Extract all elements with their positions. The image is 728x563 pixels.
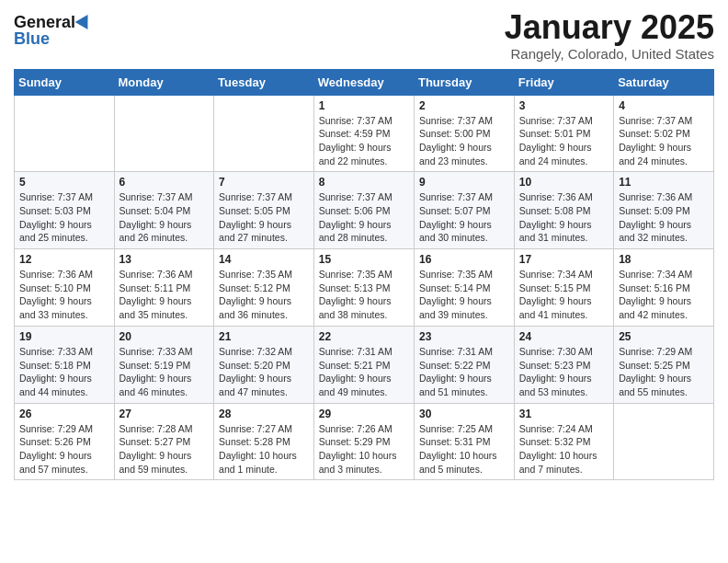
calendar-header-row: SundayMondayTuesdayWednesdayThursdayFrid… (15, 69, 714, 95)
day-number: 22 (319, 330, 409, 343)
day-content: Sunrise: 7:32 AM Sunset: 5:20 PM Dayligh… (219, 345, 309, 399)
calendar-header-wednesday: Wednesday (313, 69, 414, 95)
day-number: 18 (619, 253, 709, 266)
calendar-week-3: 12Sunrise: 7:36 AM Sunset: 5:10 PM Dayli… (15, 249, 714, 327)
day-number: 24 (519, 330, 609, 343)
day-number: 25 (619, 330, 709, 343)
logo-general-text: General (14, 14, 75, 30)
calendar-cell: 29Sunrise: 7:26 AM Sunset: 5:29 PM Dayli… (313, 403, 414, 480)
day-number: 8 (319, 176, 409, 189)
day-content: Sunrise: 7:31 AM Sunset: 5:21 PM Dayligh… (319, 345, 409, 399)
day-content: Sunrise: 7:27 AM Sunset: 5:28 PM Dayligh… (219, 422, 309, 477)
calendar-cell: 20Sunrise: 7:33 AM Sunset: 5:19 PM Dayli… (114, 326, 214, 403)
calendar-cell (15, 95, 115, 172)
day-content: Sunrise: 7:37 AM Sunset: 5:00 PM Dayligh… (419, 114, 509, 168)
day-content: Sunrise: 7:30 AM Sunset: 5:23 PM Dayligh… (519, 345, 609, 399)
calendar-cell: 21Sunrise: 7:32 AM Sunset: 5:20 PM Dayli… (214, 326, 314, 403)
day-content: Sunrise: 7:33 AM Sunset: 5:19 PM Dayligh… (119, 345, 210, 399)
day-content: Sunrise: 7:37 AM Sunset: 5:03 PM Dayligh… (19, 190, 109, 245)
day-content: Sunrise: 7:37 AM Sunset: 5:04 PM Dayligh… (119, 190, 210, 245)
calendar-cell: 18Sunrise: 7:34 AM Sunset: 5:16 PM Dayli… (614, 249, 714, 327)
calendar-cell: 14Sunrise: 7:35 AM Sunset: 5:12 PM Dayli… (214, 249, 314, 327)
day-number: 5 (19, 176, 109, 189)
day-content: Sunrise: 7:34 AM Sunset: 5:16 PM Dayligh… (619, 268, 709, 322)
calendar-week-1: 1Sunrise: 7:37 AM Sunset: 4:59 PM Daylig… (15, 95, 714, 172)
day-number: 12 (19, 253, 109, 266)
calendar-cell: 24Sunrise: 7:30 AM Sunset: 5:23 PM Dayli… (514, 326, 613, 403)
day-number: 26 (19, 408, 109, 420)
calendar-cell: 1Sunrise: 7:37 AM Sunset: 4:59 PM Daylig… (313, 95, 414, 172)
day-number: 17 (519, 253, 609, 266)
day-number: 4 (619, 99, 709, 112)
day-number: 29 (319, 408, 409, 420)
day-content: Sunrise: 7:36 AM Sunset: 5:10 PM Dayligh… (19, 268, 109, 322)
calendar-cell: 7Sunrise: 7:37 AM Sunset: 5:05 PM Daylig… (214, 172, 314, 249)
calendar-cell: 23Sunrise: 7:31 AM Sunset: 5:22 PM Dayli… (414, 326, 514, 403)
day-number: 14 (219, 253, 309, 266)
day-content: Sunrise: 7:36 AM Sunset: 5:11 PM Dayligh… (119, 268, 210, 322)
logo-icon (75, 11, 95, 29)
calendar-cell: 19Sunrise: 7:33 AM Sunset: 5:18 PM Dayli… (15, 326, 115, 403)
calendar-week-2: 5Sunrise: 7:37 AM Sunset: 5:03 PM Daylig… (15, 172, 714, 249)
calendar-header-thursday: Thursday (414, 69, 514, 95)
calendar-header-friday: Friday (514, 69, 613, 95)
day-number: 15 (319, 253, 409, 266)
calendar-week-4: 19Sunrise: 7:33 AM Sunset: 5:18 PM Dayli… (15, 326, 714, 403)
day-number: 2 (419, 99, 509, 112)
day-number: 30 (419, 408, 509, 420)
calendar-cell: 16Sunrise: 7:35 AM Sunset: 5:14 PM Dayli… (414, 249, 514, 327)
calendar-cell: 31Sunrise: 7:24 AM Sunset: 5:32 PM Dayli… (514, 403, 613, 480)
day-content: Sunrise: 7:37 AM Sunset: 5:06 PM Dayligh… (319, 190, 409, 245)
calendar-cell: 30Sunrise: 7:25 AM Sunset: 5:31 PM Dayli… (414, 403, 514, 480)
calendar-cell: 10Sunrise: 7:36 AM Sunset: 5:08 PM Dayli… (514, 172, 613, 249)
calendar-cell: 11Sunrise: 7:36 AM Sunset: 5:09 PM Dayli… (614, 172, 714, 249)
calendar-cell: 5Sunrise: 7:37 AM Sunset: 5:03 PM Daylig… (15, 172, 115, 249)
day-number: 3 (519, 99, 609, 112)
calendar-cell: 26Sunrise: 7:29 AM Sunset: 5:26 PM Dayli… (15, 403, 115, 480)
calendar-header-tuesday: Tuesday (214, 69, 314, 95)
day-content: Sunrise: 7:28 AM Sunset: 5:27 PM Dayligh… (119, 422, 210, 477)
day-content: Sunrise: 7:29 AM Sunset: 5:25 PM Dayligh… (619, 345, 709, 399)
day-number: 20 (119, 330, 210, 343)
calendar-cell: 17Sunrise: 7:34 AM Sunset: 5:15 PM Dayli… (514, 249, 613, 327)
day-content: Sunrise: 7:36 AM Sunset: 5:08 PM Dayligh… (519, 190, 609, 245)
calendar-header-saturday: Saturday (614, 69, 714, 95)
day-number: 6 (119, 176, 210, 189)
day-number: 10 (519, 176, 609, 189)
calendar-cell: 25Sunrise: 7:29 AM Sunset: 5:25 PM Dayli… (614, 326, 714, 403)
day-number: 21 (219, 330, 309, 343)
title-block: January 2025 Rangely, Colorado, United S… (505, 9, 714, 62)
day-content: Sunrise: 7:31 AM Sunset: 5:22 PM Dayligh… (419, 345, 509, 399)
day-number: 9 (419, 176, 509, 189)
calendar-cell (114, 95, 214, 172)
calendar-cell: 2Sunrise: 7:37 AM Sunset: 5:00 PM Daylig… (414, 95, 514, 172)
day-number: 13 (119, 253, 210, 266)
day-content: Sunrise: 7:36 AM Sunset: 5:09 PM Dayligh… (619, 190, 709, 245)
calendar-cell: 8Sunrise: 7:37 AM Sunset: 5:06 PM Daylig… (313, 172, 414, 249)
calendar-cell: 28Sunrise: 7:27 AM Sunset: 5:28 PM Dayli… (214, 403, 314, 480)
logo: General Blue (14, 9, 92, 47)
calendar-title: January 2025 (505, 9, 714, 46)
day-content: Sunrise: 7:37 AM Sunset: 5:02 PM Dayligh… (619, 114, 709, 168)
day-number: 1 (319, 99, 409, 112)
calendar-cell: 4Sunrise: 7:37 AM Sunset: 5:02 PM Daylig… (614, 95, 714, 172)
day-content: Sunrise: 7:37 AM Sunset: 4:59 PM Dayligh… (319, 114, 409, 168)
day-content: Sunrise: 7:37 AM Sunset: 5:01 PM Dayligh… (519, 114, 609, 168)
calendar-cell: 13Sunrise: 7:36 AM Sunset: 5:11 PM Dayli… (114, 249, 214, 327)
day-number: 28 (219, 408, 309, 420)
calendar-cell: 3Sunrise: 7:37 AM Sunset: 5:01 PM Daylig… (514, 95, 613, 172)
calendar-cell (214, 95, 314, 172)
calendar-cell: 12Sunrise: 7:36 AM Sunset: 5:10 PM Dayli… (15, 249, 115, 327)
day-number: 31 (519, 408, 609, 420)
calendar-cell: 9Sunrise: 7:37 AM Sunset: 5:07 PM Daylig… (414, 172, 514, 249)
calendar-week-5: 26Sunrise: 7:29 AM Sunset: 5:26 PM Dayli… (15, 403, 714, 480)
day-content: Sunrise: 7:37 AM Sunset: 5:05 PM Dayligh… (219, 190, 309, 245)
day-content: Sunrise: 7:33 AM Sunset: 5:18 PM Dayligh… (19, 345, 109, 399)
day-content: Sunrise: 7:24 AM Sunset: 5:32 PM Dayligh… (519, 422, 609, 477)
day-content: Sunrise: 7:29 AM Sunset: 5:26 PM Dayligh… (19, 422, 109, 477)
day-number: 27 (119, 408, 210, 420)
calendar-cell: 27Sunrise: 7:28 AM Sunset: 5:27 PM Dayli… (114, 403, 214, 480)
day-content: Sunrise: 7:35 AM Sunset: 5:12 PM Dayligh… (219, 268, 309, 322)
day-content: Sunrise: 7:26 AM Sunset: 5:29 PM Dayligh… (319, 422, 409, 477)
calendar-header-sunday: Sunday (15, 69, 115, 95)
